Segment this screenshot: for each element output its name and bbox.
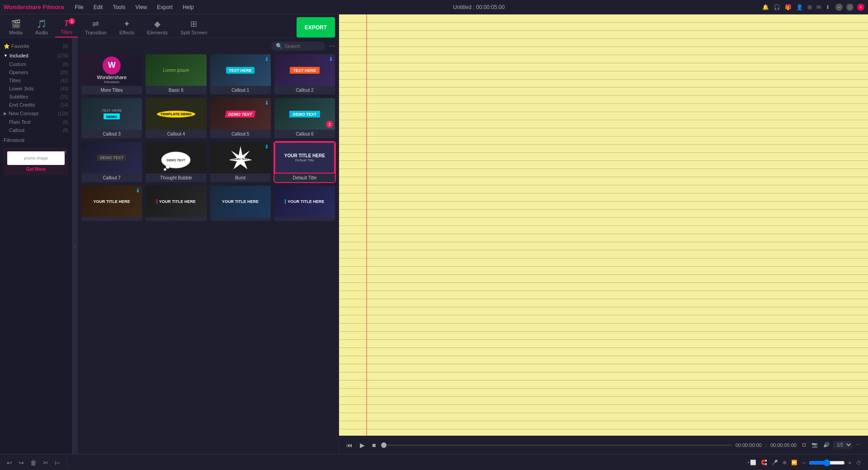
add-media-button[interactable]: +⬜	[745, 458, 757, 467]
title-card-thought-bubble[interactable]: DEMO TEXT Thought Bubble	[146, 142, 206, 182]
grid-icon[interactable]: ⊞	[807, 4, 812, 10]
prev-frame-button[interactable]: ⏮	[344, 440, 354, 451]
category-included-header[interactable]: ▼ Included (276)	[0, 51, 72, 60]
zoom-out-button[interactable]: −	[801, 458, 807, 468]
close-button[interactable]: ✕	[857, 4, 864, 11]
title-card-callout3[interactable]: TEXT HERE DEMO Callout 3	[81, 98, 142, 138]
maximize-button[interactable]: □	[846, 4, 854, 11]
title-card-default-title[interactable]: YOUR TITLE HERE Default Title Default Ti…	[274, 142, 335, 182]
volume-button[interactable]: 🔊	[821, 440, 831, 450]
search-box[interactable]: 🔍	[271, 42, 325, 51]
cut-button[interactable]: ✂	[42, 458, 50, 468]
title-card-row4a[interactable]: YOUR TITLE HERE ⬇	[81, 186, 142, 221]
scroll-arrow[interactable]: ‹	[72, 38, 78, 454]
callout6-label: Callout 6	[274, 130, 335, 138]
menu-view[interactable]: View	[133, 3, 149, 11]
tab-elements[interactable]: ◆ Elements	[142, 17, 173, 38]
speed-button[interactable]: ⏩	[790, 458, 799, 467]
title-card-row4b[interactable]: YOUR TITLE HERE	[146, 186, 206, 221]
tab-transition[interactable]: ⇌ Transition	[80, 17, 112, 38]
menu-bar: File Edit Tools View Export Help	[73, 3, 195, 11]
tab-audio[interactable]: 🎵 Audio	[30, 17, 53, 38]
menu-edit[interactable]: Edit	[92, 3, 105, 11]
play-button[interactable]: ▶	[358, 440, 367, 451]
category-new-concept-header[interactable]: ▶ New Concept (120)	[0, 109, 72, 118]
audio-icon: 🎵	[37, 19, 47, 29]
title-card-callout4[interactable]: TEMPLATE DEMO Callout 4	[146, 98, 206, 138]
row4c-label	[210, 217, 271, 221]
callout6-thumb-text: DEMO TEXT	[293, 112, 317, 117]
more-titles-label: More Titles	[81, 86, 142, 94]
grid-options-icon[interactable]: ⋯	[329, 42, 335, 50]
redo-button[interactable]: ↪	[17, 458, 25, 468]
category-end-credits[interactable]: End Credits (14)	[0, 101, 72, 109]
delete-button[interactable]: 🗑	[29, 458, 38, 468]
category-titles[interactable]: Titles (42)	[0, 76, 72, 85]
mic-button[interactable]: 🎤	[770, 458, 779, 467]
stop-button[interactable]: ■	[370, 440, 377, 451]
title-card-callout5[interactable]: DEMO TEXT ⬇ Callout 5	[210, 98, 271, 138]
download-icon[interactable]: ⬇	[826, 4, 830, 10]
undo-button[interactable]: ↩	[5, 458, 14, 468]
row4a-label	[81, 217, 142, 221]
get-more-label[interactable]: Get More	[7, 167, 65, 172]
title-card-row4d[interactable]: YOUR TITLE HERE	[274, 186, 335, 221]
burst-svg: DEMO TEXT	[222, 144, 259, 171]
zoom-in-button[interactable]: +	[847, 458, 853, 468]
title-card-more-titles[interactable]: W Wondershare Filmstock More Titles	[81, 54, 142, 94]
row4d-thumb-text: YOUR TITLE HERE	[285, 199, 324, 204]
tab-media[interactable]: 🎬 Media	[4, 17, 28, 38]
callout1-label: Callout 1	[210, 86, 271, 94]
zoom-slider[interactable]	[809, 459, 845, 466]
split-button[interactable]: ⊢	[53, 458, 61, 468]
tab-effects[interactable]: ✦ Effects	[114, 17, 140, 38]
more-preview-options-button[interactable]: ⋯	[854, 440, 863, 450]
callout4-label: Callout 4	[146, 130, 206, 138]
title-card-callout7[interactable]: DEMO TEXT Callout 7	[81, 142, 142, 182]
title-card-row4c[interactable]: YOUR TITLE HERE	[210, 186, 271, 221]
tab-split-screen[interactable]: ⊞ Split Screen	[175, 17, 212, 38]
title-card-basic6[interactable]: Lorem ipsum Basic 6	[146, 54, 206, 94]
title-card-callout1[interactable]: TEXT HERE ⬇ Callout 1	[210, 54, 271, 94]
category-lower3rds[interactable]: Lower 3rds (43)	[0, 85, 72, 93]
menu-help[interactable]: Help	[181, 3, 196, 11]
quality-select[interactable]: 1/2	[833, 441, 852, 449]
tab-titles[interactable]: T Titles 1	[55, 17, 78, 38]
clock-button[interactable]: ⏱	[855, 459, 863, 467]
menu-file[interactable]: File	[73, 3, 85, 11]
category-filmstock[interactable]: Filmstock	[0, 136, 72, 144]
user-icon[interactable]: 👤	[796, 4, 803, 10]
title-card-callout2[interactable]: TEXT HERE ⬇ Callout 2	[274, 54, 335, 94]
get-more-close-button[interactable]: ✕	[63, 150, 66, 155]
minimize-button[interactable]: ─	[835, 4, 843, 11]
row4d-label	[274, 217, 335, 221]
elements-icon: ◆	[154, 19, 160, 29]
headphones-icon[interactable]: 🎧	[774, 4, 780, 10]
bell-icon[interactable]: 🔔	[762, 4, 769, 10]
motion-track-button[interactable]: ⊕	[781, 458, 788, 467]
callout-count: (9)	[63, 128, 68, 133]
title-card-burst[interactable]: DEMO TEXT ⬇ Burst	[210, 142, 271, 182]
category-openers[interactable]: Openers (25)	[0, 68, 72, 76]
menu-tools[interactable]: Tools	[111, 3, 127, 11]
mail-icon[interactable]: ✉	[816, 4, 821, 10]
new-concept-label: New Concept	[9, 111, 38, 116]
basic6-thumb-text: Lorem ipsum	[163, 68, 189, 73]
menu-export[interactable]: Export	[155, 3, 175, 11]
end-credits-label: End Credits	[9, 102, 35, 108]
gift-icon[interactable]: 🎁	[785, 4, 792, 10]
fit-screen-button[interactable]: ⊡	[800, 440, 808, 450]
magnet-button[interactable]: 🧲	[760, 458, 769, 467]
category-callout[interactable]: Callout (9)	[0, 126, 72, 134]
category-custom[interactable]: Custom (0)	[0, 60, 72, 68]
category-subtitles[interactable]: Subtitles (15)	[0, 93, 72, 101]
callout5-label: Callout 5	[210, 130, 271, 138]
screenshot-button[interactable]: 📷	[810, 440, 820, 450]
category-favorite[interactable]: ⭐ Favorite (0)	[0, 42, 72, 51]
category-plain-text[interactable]: Plain Text (8)	[0, 118, 72, 126]
red-margin-line	[366, 14, 367, 436]
export-button[interactable]: EXPORT	[297, 17, 335, 38]
search-input[interactable]	[284, 43, 321, 49]
title-card-callout6[interactable]: DEMO TEXT 2 Callout 6	[274, 98, 335, 138]
preview-progress-bar[interactable]	[381, 444, 731, 446]
